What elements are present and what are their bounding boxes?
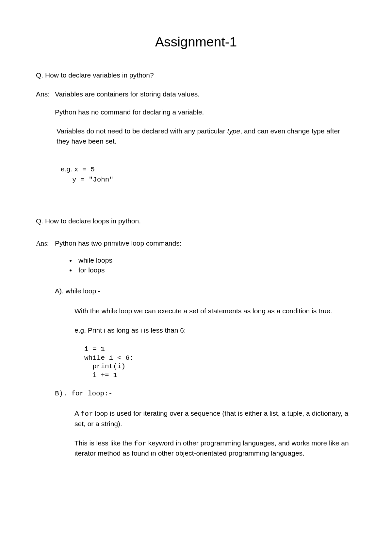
document-title: Assignment-1: [36, 34, 356, 50]
answer-1-line2: Python has no command for declaring a va…: [55, 107, 356, 117]
answer-label: Ans:: [36, 90, 55, 98]
list-item-for: for loops: [76, 265, 356, 275]
answer-2-row: Ans: Python has two primitive loop comma…: [36, 239, 356, 248]
mono-for: for: [81, 410, 93, 418]
answer-label: Ans:: [36, 239, 55, 248]
loop-types-list: while loops for loops: [76, 255, 356, 275]
list-item-while: while loops: [76, 255, 356, 265]
eg-prefix: e.g.: [61, 165, 74, 173]
code-line-y: y = "John": [72, 176, 113, 183]
text-prefix: Variables do not need to be declared wit…: [57, 127, 227, 135]
code-line-x: x = 5: [74, 166, 95, 173]
while-loop-heading: A). while loop:-: [55, 287, 356, 295]
mono-for: for: [134, 440, 146, 447]
answer-1-line1: Variables are containers for storing dat…: [55, 90, 356, 98]
for-loop-body-1: A for loop is used for iterating over a …: [74, 408, 356, 428]
answer-1-row: Ans: Variables are containers for storin…: [36, 90, 356, 98]
answer-1-line3: Variables do not need to be declared wit…: [57, 126, 356, 146]
for-loop-body-2: This is less like the for keyword in oth…: [74, 438, 356, 458]
answer-2-intro: Python has two primitive loop commands:: [55, 239, 356, 248]
while-loop-code: i = 1 while i < 6: print(i) i += 1: [84, 345, 356, 380]
text-prefix: A: [74, 409, 81, 417]
question-2: Q. How to declare loops in python.: [36, 217, 356, 225]
while-loop-example-label: e.g. Print i as long as i is less than 6…: [74, 325, 356, 335]
for-loop-heading: B). for loop:-: [55, 390, 356, 397]
italic-type: type: [227, 127, 240, 135]
while-loop-body: With the while loop we can execute a set…: [74, 306, 356, 316]
question-1: Q. How to declare variables in python?: [36, 71, 356, 79]
text-prefix: This is less like the: [74, 439, 134, 447]
text-suffix: loop is used for iterating over a sequen…: [74, 409, 348, 427]
example-1-code: e.g. x = 5 e.g y = "John": [61, 165, 356, 184]
